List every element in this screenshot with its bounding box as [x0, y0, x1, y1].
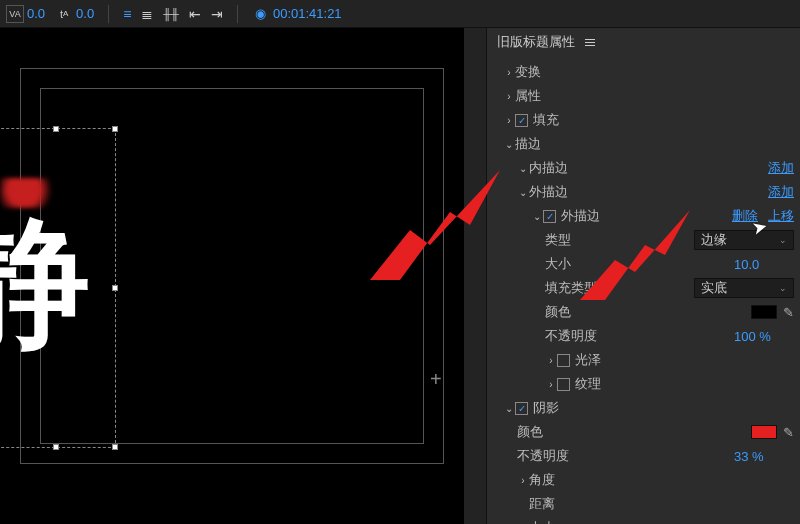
stroke-opacity-row: 不透明度 100 % [493, 324, 794, 348]
stroke-type-row: 类型 边缘⌄ [493, 228, 794, 252]
canvas[interactable]: 静 + [0, 28, 464, 524]
shadow-opacity-value[interactable]: 33 % [734, 449, 794, 464]
shadow-color-row: 颜色 ✎ [493, 420, 794, 444]
section-attributes[interactable]: › 属性 [493, 84, 794, 108]
properties-panel: 旧版标题属性 › 变换 › 属性 › 填充 ⌄ 描边 ⌄ 内 [486, 28, 800, 524]
chevron-down-icon: ⌄ [517, 163, 529, 174]
stroke-type-dropdown[interactable]: 边缘⌄ [694, 230, 794, 250]
chevron-right-icon: › [503, 91, 515, 102]
chevron-down-icon: ⌄ [503, 139, 515, 150]
timecode-value: 00:01:41:21 [273, 6, 342, 21]
eyedropper-icon[interactable]: ✎ [783, 425, 794, 440]
panel-title: 旧版标题属性 [497, 33, 575, 51]
outer-stroke-item[interactable]: ⌄ 外描边 删除 上移 [493, 204, 794, 228]
shadow-opacity-row: 不透明度 33 % [493, 444, 794, 468]
stroke-gloss-row[interactable]: › 光泽 [493, 348, 794, 372]
outer-stroke-moveup[interactable]: 上移 [768, 207, 794, 225]
section-stroke[interactable]: ⌄ 描边 [493, 132, 794, 156]
section-fill[interactable]: › 填充 [493, 108, 794, 132]
anchor-cross-icon: + [430, 368, 442, 391]
outer-stroke-checkbox[interactable] [543, 210, 556, 223]
panel-body: › 变换 › 属性 › 填充 ⌄ 描边 ⌄ 内描边 添加 [487, 56, 800, 524]
tab-next-icon[interactable]: ⇥ [211, 6, 223, 22]
leading-value[interactable]: 0.0 [76, 6, 94, 21]
glyph: 静 [0, 228, 60, 340]
align-group-icon[interactable]: ≣ [141, 6, 153, 22]
outer-stroke-add[interactable]: 添加 [768, 183, 794, 201]
shadow-color-swatch[interactable] [751, 425, 777, 439]
stroke-size-row: 大小 10.0 [493, 252, 794, 276]
kerning-tool[interactable]: VA 0.0 [6, 5, 45, 23]
panel-menu-icon[interactable] [585, 39, 595, 46]
outer-stroke-row[interactable]: ⌄ 外描边 添加 [493, 180, 794, 204]
chevron-right-icon: › [503, 67, 515, 78]
chevron-down-icon: ⌄ [503, 403, 515, 414]
eyedropper-icon[interactable]: ✎ [783, 305, 794, 320]
tab-prev-icon[interactable]: ⇤ [189, 6, 201, 22]
stroke-filltype-dropdown[interactable]: 实底⌄ [694, 278, 794, 298]
divider [108, 5, 109, 23]
inner-stroke-add[interactable]: 添加 [768, 159, 794, 177]
stroke-color-swatch[interactable] [751, 305, 777, 319]
fill-checkbox[interactable] [515, 114, 528, 127]
scroll-gap [464, 28, 486, 524]
title-text[interactable]: 静 [0, 228, 110, 428]
ta-icon: tA [55, 5, 73, 23]
stroke-color-row: 颜色 ✎ [493, 300, 794, 324]
chevron-down-icon: ⌄ [517, 187, 529, 198]
stroke-opacity-value[interactable]: 100 % [734, 329, 794, 344]
main-area: 静 + 旧版标题属性 › 变换 › 属性 › 填充 ⌄ [0, 28, 800, 524]
stroke-texture-row[interactable]: › 纹理 [493, 372, 794, 396]
shadow-angle-row[interactable]: › 角度 [493, 468, 794, 492]
va-icon: VA [6, 5, 24, 23]
section-transform[interactable]: › 变换 [493, 60, 794, 84]
chevron-right-icon: › [545, 379, 557, 390]
leading-tool[interactable]: tA 0.0 [55, 5, 94, 23]
stroke-size-value[interactable]: 10.0 [734, 257, 794, 272]
section-shadow[interactable]: ⌄ 阴影 [493, 396, 794, 420]
stroke-filltype-row: 填充类型 实底⌄ [493, 276, 794, 300]
chevron-right-icon: › [517, 475, 529, 486]
align-left-icon[interactable]: ≡ [123, 6, 131, 22]
top-toolbar: VA 0.0 tA 0.0 ≡ ≣ ╫╫ ⇤ ⇥ ◉ 00:01:41:21 [0, 0, 800, 28]
ruler-icon[interactable]: ╫╫ [163, 8, 179, 20]
timecode-display[interactable]: ◉ 00:01:41:21 [252, 5, 342, 23]
shadow-checkbox[interactable] [515, 402, 528, 415]
panel-header: 旧版标题属性 [487, 28, 800, 56]
texture-checkbox[interactable] [557, 378, 570, 391]
shadow-distance-row: 距离 [493, 492, 794, 516]
eye-icon: ◉ [252, 5, 270, 23]
inner-stroke-row[interactable]: ⌄ 内描边 添加 [493, 156, 794, 180]
divider [237, 5, 238, 23]
chevron-right-icon: › [503, 115, 515, 126]
kerning-value[interactable]: 0.0 [27, 6, 45, 21]
chevron-right-icon: › [545, 355, 557, 366]
chevron-down-icon: ⌄ [531, 211, 543, 222]
gloss-checkbox[interactable] [557, 354, 570, 367]
shadow-size-row: 大小 [493, 516, 794, 524]
